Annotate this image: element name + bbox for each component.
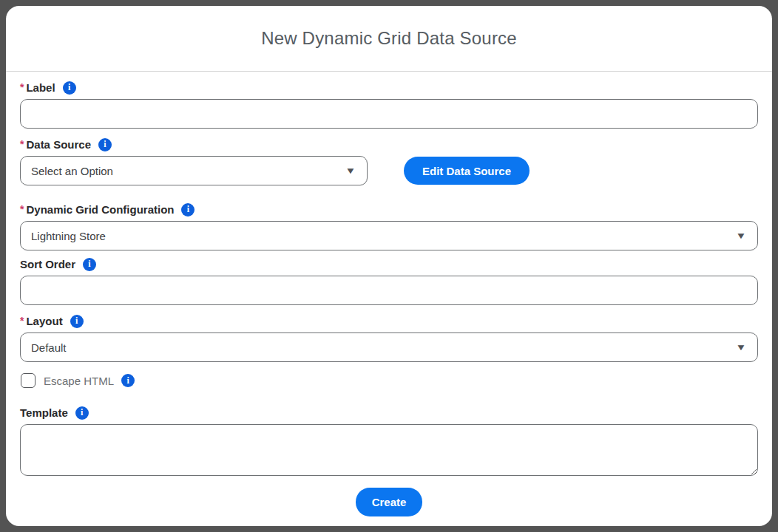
modal-title: New Dynamic Grid Data Source xyxy=(261,28,517,49)
data-source-field-group: * Data Source i Select an Option ▼ Edit … xyxy=(20,138,758,185)
data-source-selected-value: Select an Option xyxy=(31,165,113,177)
layout-select[interactable]: Default ▼ xyxy=(20,332,758,362)
label-field-group: * Label i xyxy=(20,81,758,129)
label-input[interactable] xyxy=(20,99,758,129)
info-icon[interactable]: i xyxy=(63,81,76,95)
data-source-label: Data Source xyxy=(26,138,91,151)
label-field-label: Label xyxy=(26,81,55,94)
escape-html-label: Escape HTML xyxy=(44,375,114,387)
info-icon[interactable]: i xyxy=(98,138,112,151)
required-asterisk: * xyxy=(20,315,24,327)
layout-label-row: * Layout i xyxy=(20,315,758,327)
sort-order-label: Sort Order xyxy=(20,258,75,270)
new-dynamic-grid-data-source-modal: New Dynamic Grid Data Source * Label i *… xyxy=(6,6,772,526)
required-asterisk: * xyxy=(20,203,24,216)
chevron-down-icon: ▼ xyxy=(736,231,747,240)
template-label: Template xyxy=(20,406,68,419)
info-icon[interactable]: i xyxy=(181,203,194,216)
modal-footer: Create xyxy=(20,488,758,516)
layout-label: Layout xyxy=(26,315,62,327)
grid-config-selected-value: Lightning Store xyxy=(31,230,106,242)
template-label-row: Template i xyxy=(20,406,758,419)
grid-config-select[interactable]: Lightning Store ▼ xyxy=(20,221,758,250)
modal-header: New Dynamic Grid Data Source xyxy=(6,6,772,72)
template-textarea[interactable] xyxy=(20,424,758,476)
label-field-label-row: * Label i xyxy=(20,81,758,94)
data-source-label-row: * Data Source i xyxy=(20,138,758,151)
required-asterisk: * xyxy=(20,138,24,151)
info-icon[interactable]: i xyxy=(121,374,135,387)
grid-config-label-row: * Dynamic Grid Configuration i xyxy=(20,203,758,216)
info-icon[interactable]: i xyxy=(83,258,96,271)
sort-order-label-row: Sort Order i xyxy=(20,258,758,270)
sort-order-input[interactable] xyxy=(20,276,758,305)
chevron-down-icon: ▼ xyxy=(736,343,747,352)
layout-selected-value: Default xyxy=(31,341,67,354)
info-icon[interactable]: i xyxy=(75,406,89,420)
data-source-select[interactable]: Select an Option ▼ xyxy=(20,156,368,185)
create-button[interactable]: Create xyxy=(356,488,423,516)
grid-config-label: Dynamic Grid Configuration xyxy=(26,203,174,216)
grid-config-field-group: * Dynamic Grid Configuration i Lightning… xyxy=(20,203,758,250)
escape-html-field-group: Escape HTML i xyxy=(20,372,758,389)
info-icon[interactable]: i xyxy=(70,315,84,328)
modal-body: * Label i * Data Source i Select an Opti… xyxy=(6,72,772,516)
escape-html-row: Escape HTML i xyxy=(20,372,758,389)
template-field-group: Template i xyxy=(20,406,758,476)
data-source-row: Select an Option ▼ Edit Data Source xyxy=(20,156,758,185)
sort-order-field-group: Sort Order i xyxy=(20,258,758,305)
layout-field-group: * Layout i Default ▼ xyxy=(20,315,758,362)
escape-html-checkbox[interactable] xyxy=(21,373,35,388)
required-asterisk: * xyxy=(20,81,24,94)
chevron-down-icon: ▼ xyxy=(345,166,356,175)
edit-data-source-button[interactable]: Edit Data Source xyxy=(404,157,530,185)
